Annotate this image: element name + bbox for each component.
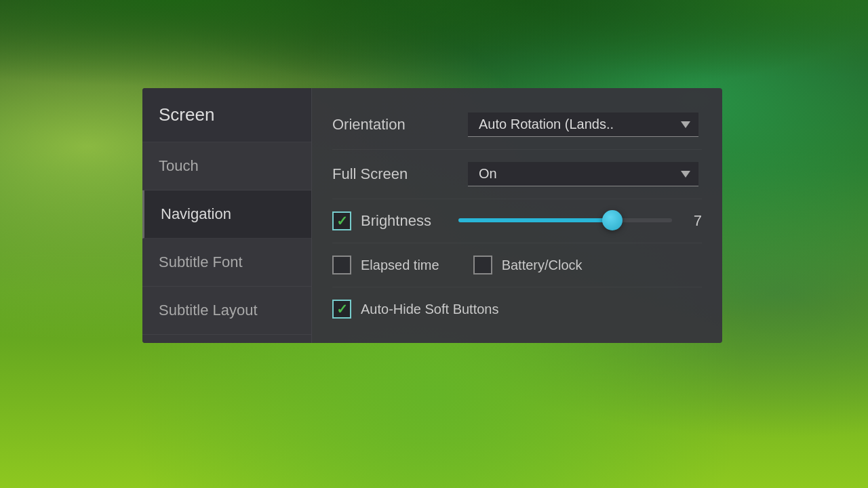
sidebar-item-subtitle-layout[interactable]: Subtitle Layout xyxy=(142,287,311,335)
brightness-checkmark: ✓ xyxy=(336,213,348,229)
orientation-row: Orientation Auto Rotation (Lands.. xyxy=(332,100,702,150)
sidebar-item-navigation[interactable]: Navigation xyxy=(142,190,311,239)
brightness-checkbox-wrapper: ✓ Brightness xyxy=(332,211,445,230)
fullscreen-dropdown[interactable]: On xyxy=(468,162,698,186)
brightness-checkbox[interactable]: ✓ xyxy=(332,211,351,230)
orientation-label: Orientation xyxy=(332,116,468,134)
elapsed-battery-row: Elapsed time Battery/Clock xyxy=(332,243,702,287)
auto-hide-label: Auto-Hide Soft Buttons xyxy=(361,302,498,317)
main-content: Orientation Auto Rotation (Lands.. Full … xyxy=(312,88,722,343)
slider-fill xyxy=(458,218,612,222)
fullscreen-value-wrapper: On xyxy=(468,162,702,186)
fullscreen-dropdown-arrow xyxy=(681,171,690,178)
sidebar-item-subtitle-font[interactable]: Subtitle Font xyxy=(142,239,311,287)
elapsed-time-checkbox[interactable] xyxy=(332,256,351,274)
orientation-dropdown[interactable]: Auto Rotation (Lands.. xyxy=(468,113,698,137)
sidebar: Screen Touch Navigation Subtitle Font Su… xyxy=(142,88,312,343)
elapsed-time-label: Elapsed time xyxy=(361,258,439,273)
brightness-slider-wrapper: 7 xyxy=(458,212,702,230)
battery-clock-item[interactable]: Battery/Clock xyxy=(473,256,583,274)
orientation-dropdown-arrow xyxy=(681,121,690,128)
fullscreen-row: Full Screen On xyxy=(332,150,702,199)
sidebar-item-screen[interactable]: Screen xyxy=(142,88,311,142)
auto-hide-item[interactable]: ✓ Auto-Hide Soft Buttons xyxy=(332,300,498,319)
fullscreen-label: Full Screen xyxy=(332,165,468,183)
brightness-label: Brightness xyxy=(361,212,431,230)
fullscreen-value: On xyxy=(479,166,497,182)
slider-track xyxy=(458,218,672,222)
slider-thumb[interactable] xyxy=(602,210,623,230)
elapsed-time-item[interactable]: Elapsed time xyxy=(332,256,439,274)
orientation-value: Auto Rotation (Lands.. xyxy=(479,117,614,132)
orientation-value-wrapper: Auto Rotation (Lands.. xyxy=(468,113,702,137)
battery-clock-label: Battery/Clock xyxy=(502,258,583,273)
sidebar-item-touch[interactable]: Touch xyxy=(142,142,311,190)
brightness-row: ✓ Brightness 7 xyxy=(332,199,702,243)
auto-hide-row: ✓ Auto-Hide Soft Buttons xyxy=(332,287,702,331)
auto-hide-checkmark: ✓ xyxy=(336,301,348,317)
settings-panel: Screen Touch Navigation Subtitle Font Su… xyxy=(142,88,722,343)
auto-hide-checkbox[interactable]: ✓ xyxy=(332,300,351,319)
brightness-value: 7 xyxy=(686,212,702,230)
battery-clock-checkbox[interactable] xyxy=(473,256,492,274)
brightness-slider[interactable] xyxy=(458,218,672,224)
